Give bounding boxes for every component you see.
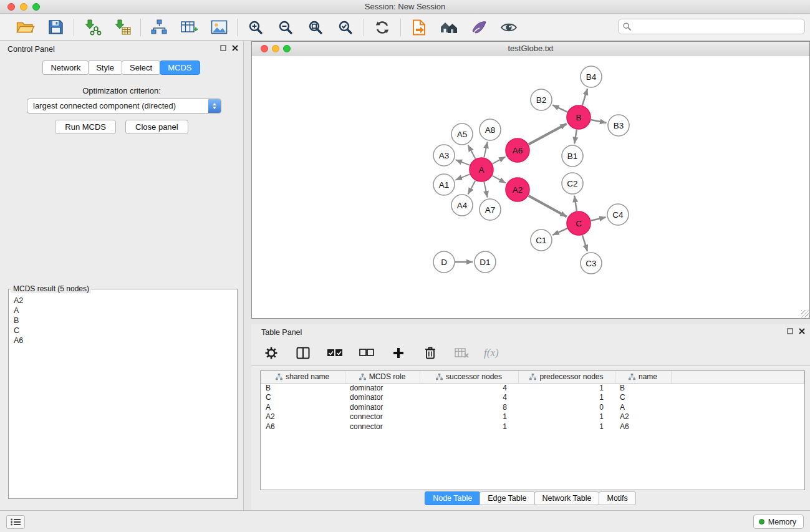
mcds-result-item[interactable]: B (10, 316, 236, 326)
edge-B-B3[interactable] (591, 120, 607, 123)
save-session-button[interactable] (46, 17, 65, 37)
float-panel-icon[interactable] (220, 45, 226, 51)
export-image-button[interactable] (209, 17, 229, 37)
zoom-out-button[interactable] (276, 17, 296, 37)
close-panel-icon[interactable] (232, 45, 238, 51)
table-row[interactable]: Bdominator41B (261, 383, 804, 393)
zoom-fit-button[interactable] (306, 17, 325, 37)
import-table-button[interactable] (112, 17, 132, 37)
table-row[interactable]: Adominator80A (261, 402, 804, 412)
table-cell[interactable]: connector (345, 422, 420, 432)
edge-A-A2[interactable] (493, 176, 506, 183)
close-panel-button[interactable]: Close panel (125, 120, 188, 134)
maximize-window-button[interactable] (32, 3, 40, 11)
network-minimize-button[interactable] (272, 45, 279, 52)
select-all-columns-button[interactable] (325, 343, 345, 363)
table-cell[interactable]: 1 (518, 422, 615, 432)
edge-C-C4[interactable] (591, 217, 606, 220)
table-cell[interactable]: dominator (345, 383, 420, 393)
resize-handle[interactable] (801, 310, 809, 317)
edge-A-A8[interactable] (484, 142, 487, 158)
edge-A-A3[interactable] (456, 160, 470, 165)
table-cell[interactable]: dominator (345, 402, 420, 412)
table-cell[interactable]: B (261, 383, 345, 393)
refresh-button[interactable] (372, 17, 392, 37)
mcds-result-list[interactable]: A2ABCA6 (10, 294, 236, 497)
table-cell[interactable]: A (615, 402, 671, 412)
table-cell[interactable]: 8 (420, 402, 518, 412)
table-row[interactable]: Cdominator41C (261, 393, 804, 403)
table-cell[interactable]: A2 (615, 412, 671, 422)
zoom-selected-button[interactable] (335, 17, 355, 37)
table-cell[interactable]: A (261, 402, 345, 412)
edge-B-B2[interactable] (552, 105, 567, 112)
new-table-button[interactable] (179, 17, 199, 37)
open-session-file-button[interactable] (409, 17, 429, 37)
table-cell[interactable]: connector (345, 412, 420, 422)
column-header[interactable]: MCDS role (345, 371, 420, 383)
table-cell[interactable]: 1 (518, 383, 615, 393)
show-columns-button[interactable] (293, 343, 313, 363)
close-window-button[interactable] (7, 3, 15, 11)
table-cell[interactable]: 1 (518, 412, 615, 422)
tab-mcds[interactable]: MCDS (160, 60, 200, 75)
float-panel-icon[interactable] (787, 328, 793, 334)
task-history-button[interactable] (6, 515, 25, 529)
function-builder-button[interactable]: f(x) (484, 347, 499, 359)
edge-C-C2[interactable] (574, 196, 577, 211)
mcds-result-item[interactable]: A (10, 306, 236, 316)
table-cell[interactable]: C (261, 393, 345, 403)
column-header[interactable]: shared name (261, 371, 345, 383)
table-cell[interactable]: 1 (518, 393, 615, 403)
table-cell[interactable]: 4 (420, 383, 518, 393)
mcds-result-item[interactable]: A2 (10, 296, 236, 306)
tab-select[interactable]: Select (122, 60, 160, 75)
network-canvas[interactable]: B4B2BB3A8A5A6B1A3AC2A1A2A4A7C4CC1C3DD1 (252, 56, 809, 318)
tab-network[interactable]: Network (42, 60, 89, 75)
mcds-result-item[interactable]: A6 (10, 336, 236, 346)
tab-network-table[interactable]: Network Table (534, 491, 600, 505)
style-paint-button[interactable] (469, 17, 489, 37)
tab-edge-table[interactable]: Edge Table (480, 491, 534, 505)
edge-A-A7[interactable] (484, 182, 487, 198)
minimize-window-button[interactable] (20, 3, 27, 11)
network-close-button[interactable] (261, 45, 268, 52)
memory-button[interactable]: Memory (753, 515, 804, 529)
table-row[interactable]: A6connector11A6 (261, 422, 804, 432)
table-cell[interactable]: dominator (345, 393, 420, 403)
create-column-button[interactable] (388, 343, 408, 363)
edge-B-B4[interactable] (582, 89, 587, 105)
table-cell[interactable]: 0 (518, 402, 615, 412)
column-header[interactable]: predecessor nodes (518, 371, 615, 383)
tab-style[interactable]: Style (88, 60, 122, 75)
delete-table-button[interactable] (452, 343, 472, 363)
tab-node-table[interactable]: Node Table (425, 491, 480, 505)
tab-motifs[interactable]: Motifs (599, 491, 635, 505)
table-cell[interactable]: 1 (420, 422, 518, 432)
edge-C-C1[interactable] (552, 228, 567, 235)
zoom-in-button[interactable] (246, 17, 266, 37)
table-cell[interactable]: B (615, 383, 671, 393)
network-graph[interactable]: B4B2BB3A8A5A6B1A3AC2A1A2A4A7C4CC1C3DD1 (252, 56, 809, 319)
column-header[interactable]: name (615, 371, 671, 383)
table-cell[interactable]: A6 (615, 422, 671, 432)
import-network-button[interactable] (82, 17, 102, 37)
optimization-criterion-select[interactable]: largest connected component (directed) (27, 99, 221, 114)
network-window-titlebar[interactable]: testGlobe.txt (252, 42, 809, 56)
table-row[interactable]: A2connector11A2 (261, 412, 804, 422)
table-cell[interactable]: 1 (420, 412, 518, 422)
mcds-result-item[interactable]: C (10, 326, 236, 336)
home-overview-button[interactable] (439, 17, 459, 37)
edge-A6-B[interactable] (529, 123, 567, 144)
edge-A-A1[interactable] (456, 174, 470, 180)
close-panel-icon[interactable] (799, 328, 805, 334)
edge-C-C3[interactable] (582, 235, 587, 251)
column-header[interactable]: successor nodes (420, 371, 518, 383)
table-cell[interactable]: 4 (420, 393, 518, 403)
show-graphics-details-button[interactable] (499, 17, 519, 37)
edge-B-B1[interactable] (574, 130, 577, 144)
table-settings-button[interactable] (261, 343, 281, 363)
table-cell[interactable]: C (615, 393, 671, 403)
deselect-all-columns-button[interactable] (357, 343, 377, 363)
edge-A-A5[interactable] (468, 145, 476, 159)
